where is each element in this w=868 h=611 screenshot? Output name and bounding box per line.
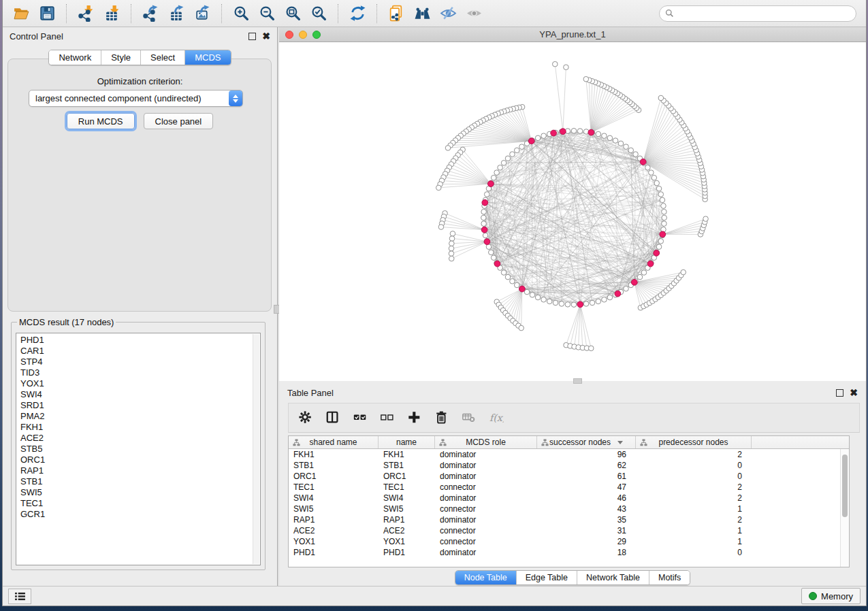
mcds-result-item[interactable]: ORC1 [20,455,256,465]
import-network-icon[interactable] [74,3,97,24]
table-row[interactable]: PHD1PHD1dominator180 [289,547,849,558]
float-table-panel-icon[interactable] [836,389,843,397]
close-panel-button[interactable]: Close panel [144,113,214,129]
table-row[interactable]: FKH1FKH1dominator962 [289,449,849,460]
show-panels-button[interactable] [8,589,31,604]
mcds-result-item[interactable]: CAR1 [20,346,256,357]
column-header-successor-nodes[interactable]: successor nodes [537,436,636,448]
uncheck-pair-icon[interactable] [379,409,396,427]
save-session-icon[interactable] [35,3,59,24]
selected-hub-node[interactable] [615,291,621,297]
plus-icon[interactable] [406,409,423,427]
optimization-criterion-dropdown[interactable]: largest connected component (undirected) [29,90,243,107]
table-scrollbar[interactable] [840,449,849,567]
tab-network[interactable]: Network [49,50,101,65]
selected-hub-node[interactable] [577,301,583,308]
selected-hub-node[interactable] [588,129,594,135]
table-row[interactable]: RAP1RAP1dominator352 [289,514,849,525]
result-list-scrollbar[interactable] [253,334,259,564]
binoculars-icon[interactable] [411,3,434,24]
tab-node-table[interactable]: Node Table [455,571,517,584]
memory-button[interactable]: Memory [801,588,861,604]
tab-select[interactable]: Select [141,50,185,65]
cell-name: ORC1 [379,471,435,482]
search-input[interactable] [677,9,850,18]
refresh-icon[interactable] [346,3,369,24]
selected-hub-node[interactable] [481,227,487,233]
zoom-in-icon[interactable] [229,3,253,24]
selected-hub-node[interactable] [631,279,637,285]
network-window-title: YPA_prune.txt_1 [279,29,866,39]
mcds-result-item[interactable]: STB5 [20,444,256,455]
mcds-result-item[interactable]: TID3 [20,367,256,378]
selected-hub-node[interactable] [654,250,660,257]
gear-icon[interactable] [297,409,315,427]
close-panel-icon[interactable]: ✖ [262,33,270,40]
mcds-result-item[interactable]: SWI4 [20,389,256,400]
column-header-predecessor-nodes[interactable]: predecessor nodes [636,436,752,448]
hide-selected-icon[interactable] [436,3,460,24]
mcds-result-list[interactable]: PHD1CAR1STP4TID3YOX1SWI4SRD1PMA2FKH1ACE2… [16,333,261,565]
close-table-panel-icon[interactable]: ✖ [850,389,858,397]
mcds-result-item[interactable]: SWI5 [20,487,256,498]
export-image-icon[interactable] [191,3,214,24]
selected-hub-node[interactable] [484,239,490,245]
mcds-result-item[interactable]: STP4 [20,357,256,367]
table-row[interactable]: ACE2ACE2connector311 [289,525,849,536]
selected-hub-node[interactable] [647,261,654,267]
selected-hub-node[interactable] [640,159,646,165]
selected-hub-node[interactable] [528,138,534,144]
network-canvas[interactable] [279,42,866,381]
attribute-type-icon [541,439,549,446]
table-row[interactable]: SWI5SWI5connector431 [289,503,849,514]
mcds-result-item[interactable]: GCR1 [20,509,256,520]
export-table-icon[interactable] [165,3,188,24]
mcds-result-item[interactable]: FKH1 [20,422,256,433]
mcds-result-item[interactable]: PMA2 [20,411,256,422]
open-file-icon[interactable] [10,3,33,24]
columns-icon[interactable] [324,409,342,427]
run-mcds-button[interactable]: Run MCDS [67,113,135,129]
mcds-result-item[interactable]: YOX1 [20,378,256,389]
export-network-icon[interactable] [139,3,162,24]
mcds-result-group-title: MCDS result (17 nodes) [17,317,116,327]
tab-network-table[interactable]: Network Table [577,571,649,584]
mcds-result-item[interactable]: ACE2 [20,433,256,444]
selected-hub-node[interactable] [487,181,494,187]
table-row[interactable]: YOX1YOX1connector291 [289,536,849,547]
tab-mcds[interactable]: MCDS [185,50,230,65]
mcds-result-item[interactable]: SRD1 [20,400,256,411]
search-box[interactable] [659,5,856,22]
column-header-shared-name[interactable]: shared name [289,436,379,448]
zoom-fit-icon[interactable] [281,3,304,24]
tab-style[interactable]: Style [101,50,141,65]
network-graph[interactable] [279,42,866,381]
zoom-selected-icon[interactable] [307,3,330,24]
selected-hub-node[interactable] [482,199,488,205]
import-table-icon[interactable] [100,3,123,24]
mcds-result-item[interactable]: RAP1 [20,465,256,476]
mcds-result-item[interactable]: PHD1 [20,335,256,346]
table-row[interactable]: TEC1TEC1connector472 [289,482,849,493]
check-pair-icon[interactable] [351,409,369,427]
tab-edge-table[interactable]: Edge Table [517,571,577,584]
selected-hub-node[interactable] [560,129,566,135]
column-header-MCDS-role[interactable]: MCDS role [435,436,537,448]
selected-hub-node[interactable] [519,286,525,292]
mcds-result-item[interactable]: STB1 [20,476,256,487]
mcds-result-item[interactable]: TEC1 [20,498,256,509]
tab-motifs[interactable]: Motifs [649,571,690,584]
share-document-icon[interactable] [385,3,408,24]
table-row[interactable]: SWI4SWI4dominator462 [289,493,849,503]
float-panel-icon[interactable] [248,33,256,40]
trash-icon[interactable] [433,409,451,427]
zoom-out-icon[interactable] [255,3,278,24]
table-scrollbar-thumb[interactable] [842,455,848,517]
selected-hub-node[interactable] [551,130,557,136]
table-row[interactable]: ORC1ORC1dominator610 [289,471,849,482]
column-header-name[interactable]: name [379,436,435,448]
table-row[interactable]: STB1STB1dominator620 [289,460,849,471]
selected-hub-node[interactable] [660,231,666,237]
horizontal-splitter-grip[interactable] [573,378,582,384]
selected-hub-node[interactable] [494,261,500,267]
